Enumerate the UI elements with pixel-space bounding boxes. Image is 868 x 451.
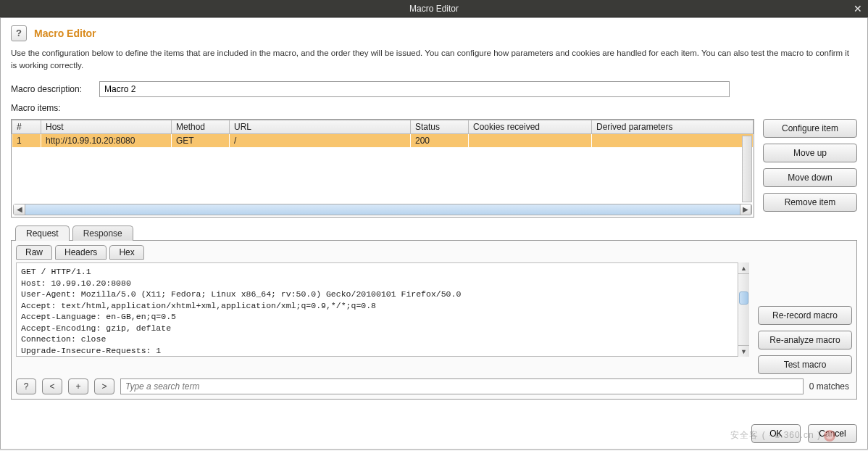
- section-description: Use the configuration below to define th…: [11, 47, 857, 71]
- move-up-button[interactable]: Move up: [763, 144, 857, 162]
- search-input[interactable]: [120, 378, 804, 394]
- search-matches: 0 matches: [809, 381, 849, 392]
- scroll-track[interactable]: [25, 204, 740, 215]
- move-down-button[interactable]: Move down: [763, 168, 857, 187]
- section-title: Macro Editor: [34, 25, 96, 41]
- scrollbar-thumb[interactable]: [739, 291, 748, 305]
- col-status[interactable]: Status: [411, 120, 469, 134]
- col-cookies[interactable]: Cookies received: [469, 120, 592, 134]
- search-help-button[interactable]: ?: [16, 378, 36, 394]
- window-title: Macro Editor: [409, 4, 459, 14]
- search-add-button[interactable]: +: [68, 378, 88, 394]
- col-host[interactable]: Host: [41, 120, 172, 134]
- table-row[interactable]: 1 http://10.99.10.20:8080 GET / 200: [12, 134, 754, 148]
- raw-request-pane[interactable]: GET / HTTP/1.1 Host: 10.99.10.20:8080 Us…: [16, 262, 749, 357]
- window-body: ? Macro Editor Use the configuration bel…: [0, 17, 868, 450]
- col-derived[interactable]: Derived parameters: [592, 120, 754, 134]
- macro-description-label: Macro description:: [11, 84, 91, 94]
- raw-vscrollbar[interactable]: ▲ ▼: [738, 262, 749, 357]
- configure-item-button[interactable]: Configure item: [763, 119, 857, 138]
- col-num[interactable]: #: [12, 120, 41, 134]
- scroll-right-icon[interactable]: ▶: [740, 204, 751, 215]
- tab-body: Raw Headers Hex GET / HTTP/1.1 Host: 10.…: [11, 240, 857, 400]
- cell-url: /: [230, 134, 411, 148]
- macro-items-label: Macro items:: [11, 103, 857, 113]
- cancel-button[interactable]: Cancel: [808, 424, 857, 443]
- remove-item-button[interactable]: Remove item: [763, 193, 857, 212]
- cell-derived: [592, 134, 754, 148]
- subtab-headers[interactable]: Headers: [55, 245, 107, 260]
- table-hscrollbar[interactable]: ◀ ▶: [13, 204, 752, 215]
- tab-response[interactable]: Response: [72, 226, 133, 241]
- cell-num: 1: [12, 134, 41, 148]
- macro-description-input[interactable]: [99, 81, 730, 97]
- search-forward-button[interactable]: >: [94, 378, 114, 394]
- search-back-button[interactable]: <: [42, 378, 62, 394]
- re-record-macro-button[interactable]: Re-record macro: [758, 306, 852, 325]
- test-macro-button[interactable]: Test macro: [758, 355, 852, 374]
- re-analyze-macro-button[interactable]: Re-analyze macro: [758, 331, 852, 349]
- col-url[interactable]: URL: [230, 120, 411, 134]
- cell-cookies: [469, 134, 592, 148]
- tab-request[interactable]: Request: [15, 226, 70, 241]
- help-icon[interactable]: ?: [11, 25, 27, 41]
- macro-items-table-wrap: # Host Method URL Status Cookies receive…: [11, 119, 754, 218]
- scroll-down-icon[interactable]: ▼: [738, 345, 749, 357]
- cell-host: http://10.99.10.20:8080: [41, 134, 172, 148]
- scroll-left-icon[interactable]: ◀: [14, 204, 25, 215]
- subtab-hex[interactable]: Hex: [109, 245, 143, 260]
- subtab-raw[interactable]: Raw: [16, 245, 52, 260]
- macro-items-table: # Host Method URL Status Cookies receive…: [12, 120, 754, 147]
- close-icon[interactable]: ✕: [854, 0, 862, 17]
- cell-method: GET: [172, 134, 230, 148]
- cell-status: 200: [411, 134, 469, 148]
- table-vscrollbar[interactable]: [742, 136, 752, 202]
- col-method[interactable]: Method: [172, 120, 230, 134]
- titlebar: Macro Editor ✕: [0, 0, 868, 17]
- scroll-up-icon[interactable]: ▲: [738, 262, 749, 274]
- ok-button[interactable]: OK: [751, 424, 801, 443]
